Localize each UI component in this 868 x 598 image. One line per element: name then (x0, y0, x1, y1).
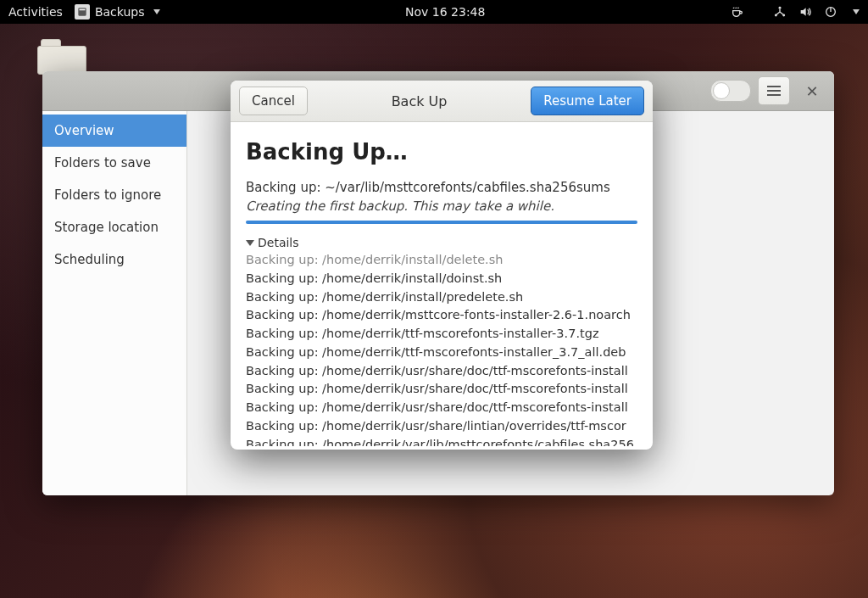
backup-progress-dialog: Cancel Back Up Resume Later Backing Up… … (231, 81, 653, 450)
volume-icon (798, 5, 812, 19)
power-icon (824, 5, 837, 19)
log-line: Backing up: /home/derrik/install/doinst.… (246, 270, 637, 288)
coffee-icon (731, 5, 744, 19)
dialog-heading: Backing Up… (246, 139, 637, 165)
sidebar-item-folders-to-ignore[interactable]: Folders to ignore (42, 179, 186, 211)
log-line: Backing up: /home/derrik/ttf-mscorefonts… (246, 325, 637, 344)
system-status-area[interactable] (731, 5, 860, 19)
sidebar-item-overview[interactable]: Overview (42, 115, 186, 147)
gnome-top-bar: Activities Backups Nov 16 23:48 (0, 0, 868, 24)
log-line: Backing up: /home/derrik/ttf-mscorefonts… (246, 344, 637, 362)
app-menu[interactable]: Backups (75, 4, 160, 20)
log-line: Backing up: /home/derrik/usr/share/doc/t… (246, 362, 637, 381)
log-line: Backing up: /home/derrik/install/delete.… (246, 251, 637, 270)
sidebar-item-scheduling[interactable]: Scheduling (42, 243, 186, 276)
log-line: Backing up: /home/derrik/usr/share/doc/t… (246, 380, 637, 399)
desktop-folder-icon[interactable] (37, 39, 86, 75)
log-line: Backing up: /home/derrik/usr/share/doc/t… (246, 399, 637, 417)
backup-log: Backing up: /home/derrik/install/delete.… (246, 251, 637, 446)
status-subline: Creating the first backup. This may take… (246, 198, 637, 214)
hamburger-menu-button[interactable] (758, 76, 790, 105)
clock[interactable]: Nov 16 23:48 (160, 5, 732, 19)
chevron-down-icon (853, 9, 860, 14)
backups-app-icon (75, 4, 90, 20)
hamburger-icon (767, 86, 781, 96)
log-line: Backing up: /home/derrik/var/lib/msttcor… (246, 436, 637, 447)
activities-button[interactable]: Activities (8, 5, 63, 19)
chevron-down-icon (153, 9, 160, 14)
current-file-line: Backing up: ~/var/lib/msttcorefonts/cabf… (246, 180, 637, 195)
window-close-button[interactable]: ✕ (797, 77, 827, 104)
dialog-header: Cancel Back Up Resume Later (231, 81, 653, 122)
log-line: Backing up: /home/derrik/msttcore-fonts-… (246, 306, 637, 325)
svg-rect-1 (79, 9, 85, 11)
sidebar-item-storage-location[interactable]: Storage location (42, 211, 186, 243)
chevron-down-icon (246, 240, 254, 246)
progress-bar (246, 221, 637, 224)
auto-backup-toggle[interactable] (710, 80, 751, 102)
cancel-button[interactable]: Cancel (239, 87, 308, 115)
network-icon (773, 5, 787, 19)
resume-later-button[interactable]: Resume Later (531, 87, 644, 115)
svg-point-2 (779, 7, 782, 9)
dialog-title: Back Up (392, 93, 448, 109)
sidebar-item-folders-to-save[interactable]: Folders to save (42, 147, 186, 179)
close-icon: ✕ (805, 82, 818, 100)
log-line: Backing up: /home/derrik/install/predele… (246, 288, 637, 307)
details-label: Details (258, 236, 299, 249)
log-line: Backing up: /home/derrik/usr/share/linti… (246, 417, 637, 436)
sidebar: OverviewFolders to saveFolders to ignore… (42, 111, 187, 495)
app-menu-label: Backups (95, 5, 145, 19)
details-expander[interactable]: Details (246, 236, 637, 249)
